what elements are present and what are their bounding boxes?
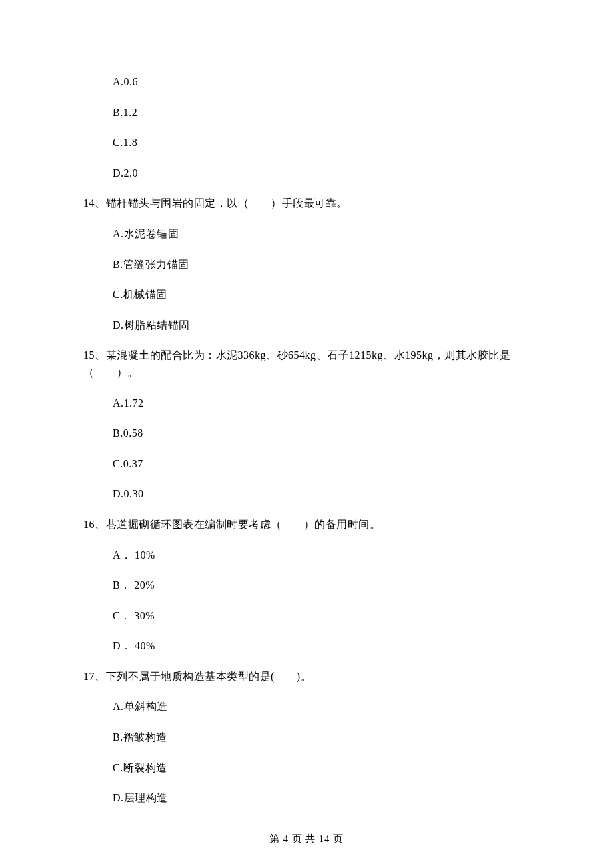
option-text: D． 40% bbox=[113, 637, 530, 655]
page-footer: 第 4 页 共 14 页 bbox=[0, 831, 613, 847]
option-text: B.0.58 bbox=[113, 425, 530, 442]
option-text: C.机械锚固 bbox=[113, 286, 530, 303]
option-text: A.水泥卷锚固 bbox=[113, 225, 530, 243]
option-text: D.层理构造 bbox=[113, 789, 530, 807]
option-text: C.1.8 bbox=[113, 134, 530, 151]
option-text: D.0.30 bbox=[113, 485, 530, 503]
question-16: 16、巷道掘砌循环图表在编制时要考虑（ ）的备用时间。 bbox=[83, 516, 530, 533]
option-text: B． 20% bbox=[113, 577, 530, 594]
option-text: A． 10% bbox=[113, 547, 530, 564]
option-text: C． 30% bbox=[113, 607, 530, 625]
option-text: B.褶皱构造 bbox=[113, 729, 530, 746]
page: A.0.6 B.1.2 C.1.8 D.2.0 14、锚杆锚头与围岩的固定，以（… bbox=[0, 0, 613, 868]
question-14: 14、锚杆锚头与围岩的固定，以（ ）手段最可靠。 bbox=[83, 195, 530, 212]
option-text: A.单斜构造 bbox=[113, 698, 530, 715]
question-15: 15、某混凝土的配合比为：水泥336kg、砂654kg、石子1215kg、水19… bbox=[83, 347, 530, 381]
option-text: C.断裂构造 bbox=[113, 759, 530, 777]
option-text: D.树脂粘结锚固 bbox=[113, 317, 530, 334]
option-text: A.0.6 bbox=[113, 73, 530, 91]
option-text: A.1.72 bbox=[113, 395, 530, 412]
option-text: C.0.37 bbox=[113, 455, 530, 473]
option-text: B.1.2 bbox=[113, 104, 530, 121]
option-text: B.管缝张力锚固 bbox=[113, 256, 530, 273]
option-text: D.2.0 bbox=[113, 165, 530, 182]
question-17: 17、下列不属于地质构造基本类型的是( )。 bbox=[83, 668, 530, 685]
